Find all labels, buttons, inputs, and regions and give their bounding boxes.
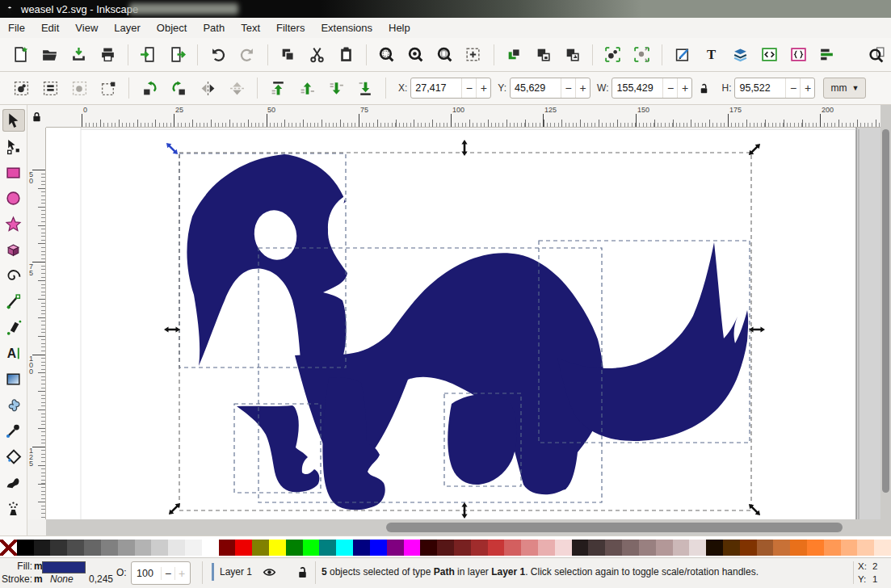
rectangle-tool[interactable] [2,161,25,183]
palette-swatch-00ffff[interactable] [336,540,353,556]
height-field[interactable]: 95,522 − + [734,78,815,99]
palette-swatch-008080[interactable] [319,540,336,556]
palette-swatch-c87137[interactable] [773,540,790,556]
palette-swatch-000000[interactable] [17,540,34,556]
width-field-value[interactable]: 155,429 [612,82,662,94]
text-dialog-button[interactable] [701,44,722,65]
palette-swatch-de8787[interactable] [521,540,538,556]
opacity-field[interactable]: 100 − + [131,561,191,585]
gradient-tool[interactable] [2,368,25,390]
ungroup-button[interactable] [632,44,653,65]
tweak-tool[interactable] [2,393,25,416]
paint-bucket-tool[interactable] [2,445,25,468]
palette-swatch-d35f5f[interactable] [504,540,521,556]
layer-visibility-eye-icon[interactable] [263,565,276,579]
y-field-value[interactable]: 45,629 [511,82,561,94]
toggle-bounding-box-button[interactable] [98,78,119,99]
palette-swatch-b3b3b3[interactable] [135,540,152,556]
opacity-value[interactable]: 100 [132,568,161,579]
palette-swatch-f2f2f2[interactable] [185,540,202,556]
palette-swatch-00ff00[interactable] [303,540,320,556]
menu-file[interactable]: File [0,19,33,37]
menu-view[interactable]: View [67,19,106,37]
duplicate-button[interactable] [504,44,525,65]
palette-swatch-241c1c[interactable] [572,540,589,556]
select-all-layers-button[interactable] [40,78,61,99]
group-button[interactable] [603,44,624,65]
palette-swatch-808080[interactable] [101,540,118,556]
palette-swatch-ffccaa[interactable] [857,540,874,556]
palette-swatch-cccccc[interactable] [151,540,168,556]
zoom-to-drawing-button[interactable] [406,44,427,65]
stroke-width-value[interactable]: 0,245 [89,573,113,585]
open-document-button[interactable] [40,44,61,65]
menu-path[interactable]: Path [195,19,233,37]
ellipse-tool[interactable] [2,187,25,209]
palette-swatch-998080[interactable] [639,540,656,556]
palette-swatch-e6e6e6[interactable] [168,540,185,556]
print-button[interactable] [97,44,118,65]
layer-selector[interactable]: Layer 1 [220,566,252,578]
redo-button[interactable] [237,44,258,65]
palette-swatch-a05a2c[interactable] [757,540,774,556]
vertical-ruler[interactable]: 5 07 51 0 01 2 5 [27,128,46,519]
fill-stroke-dialog-button[interactable] [672,44,693,65]
menu-object[interactable]: Object [149,19,195,37]
layer-lock-open-icon[interactable] [296,565,309,579]
object-properties-button[interactable] [788,44,809,65]
palette-swatch-ee0000[interactable] [235,540,252,556]
width-field[interactable]: 155,429 − + [612,78,692,99]
palette-swatch-4d4d4d[interactable] [67,540,84,556]
palette-swatch-ffe6d5[interactable] [874,540,891,556]
palette-swatch-1c0d00[interactable] [706,540,723,556]
palette-swatch-ccb8b8[interactable] [673,540,690,556]
stroke-value[interactable]: None [50,573,74,585]
dropper-tool[interactable] [2,419,25,442]
unlink-clone-button[interactable] [561,44,582,65]
palette-swatch-ff00ff[interactable] [404,540,421,556]
palette-swatch-655050[interactable] [605,540,622,556]
palette-swatch-ffffff[interactable] [202,540,219,556]
palette-swatch-e9afaf[interactable] [538,540,555,556]
width-decrement-button[interactable]: − [662,78,677,98]
paste-button[interactable] [335,44,356,65]
spray-tool[interactable] [2,497,25,519]
box3d-tool[interactable] [2,238,25,261]
create-clone-button[interactable] [532,44,553,65]
flip-horizontal-button[interactable] [197,78,218,99]
import-button[interactable] [138,44,159,65]
palette-swatch-ff7f2a[interactable] [807,540,824,556]
palette-swatch-008000[interactable] [286,540,303,556]
export-png-button[interactable] [167,44,188,65]
unit-dropdown[interactable]: mm ▼ [823,78,866,99]
palette-swatch-333333[interactable] [50,540,67,556]
spiral-tool[interactable] [2,264,25,287]
align-distribute-dialog-button[interactable] [817,44,838,65]
palette-swatch-000080[interactable] [353,540,370,556]
palette-swatch-561616[interactable] [437,540,454,556]
raise-button[interactable] [296,78,317,99]
zoom-to-page-button[interactable] [434,44,455,65]
menu-text[interactable]: Text [233,19,268,37]
selector-tool[interactable] [2,109,25,132]
guide-lock-button[interactable] [27,105,46,128]
x-decrement-button[interactable]: − [461,78,476,98]
palette-swatch-803300[interactable] [740,540,757,556]
menu-layer[interactable]: Layer [106,19,149,37]
palette-swatch-e6dada[interactable] [689,540,706,556]
palette-swatch-0000ff[interactable] [370,540,387,556]
palette-swatch-800000[interactable] [219,540,236,556]
zoom-page-width-button[interactable] [463,44,484,65]
horizontal-scrollbar-thumb[interactable] [386,523,843,532]
menu-edit[interactable]: Edit [33,19,67,37]
palette-swatch-e9701a[interactable] [790,540,807,556]
star-tool[interactable] [2,212,25,235]
y-decrement-button[interactable]: − [561,78,575,98]
height-decrement-button[interactable]: − [785,78,800,98]
x-field-value[interactable]: 27,417 [411,82,461,94]
palette-swatch-330000[interactable] [420,540,437,556]
raise-to-top-button[interactable] [267,78,288,99]
palette-swatch-b39898[interactable] [656,540,673,556]
deselect-button[interactable] [69,78,90,99]
palette-swatch-ffff00[interactable] [269,540,286,556]
